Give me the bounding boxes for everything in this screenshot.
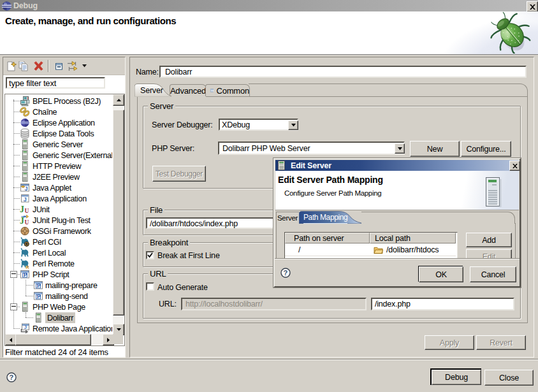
svg-text:?: ?: [284, 269, 288, 277]
svg-text:?: ?: [10, 374, 14, 381]
